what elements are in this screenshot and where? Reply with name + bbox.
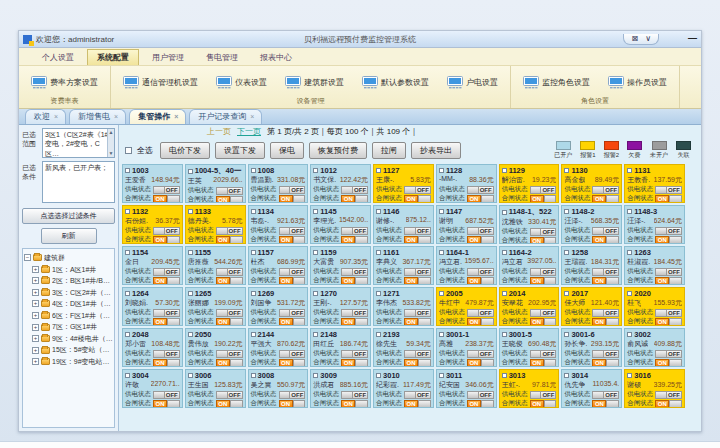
ribbon-button-1-0[interactable]: 通信管理机设置 [119, 73, 202, 92]
supply-toggle[interactable]: OFF [467, 309, 494, 317]
menu-tab-1[interactable]: 系统配置 [87, 49, 139, 65]
card-checkbox[interactable] [627, 168, 632, 173]
supply-toggle[interactable]: OFF [404, 268, 431, 276]
switch-toggle[interactable]: ON [279, 400, 306, 408]
expand-icon[interactable]: + [32, 266, 39, 273]
switch-toggle[interactable]: ON [530, 400, 557, 408]
card-checkbox[interactable] [188, 250, 193, 255]
card-checkbox[interactable] [502, 210, 507, 215]
card-checkbox[interactable] [125, 209, 130, 214]
ribbon-button-1-1[interactable]: 仪表设置 [212, 73, 271, 92]
switch-toggle[interactable]: ON [341, 318, 368, 326]
tree-item-2[interactable]: +3区：C区2#井（1#变… [24, 287, 113, 299]
card-checkbox[interactable] [439, 373, 444, 378]
supply-toggle[interactable]: OFF [467, 186, 494, 194]
supply-toggle[interactable]: OFF [216, 309, 243, 317]
switch-toggle[interactable]: ON [279, 318, 306, 326]
card-checkbox[interactable] [313, 332, 318, 337]
switch-toggle[interactable]: ON [467, 318, 494, 326]
switch-toggle[interactable]: ON [341, 195, 368, 203]
ribbon-button-2-1[interactable]: 操作员设置 [604, 73, 671, 92]
supply-toggle[interactable]: OFF [530, 309, 557, 317]
supply-toggle[interactable]: OFF [655, 186, 682, 194]
switch-toggle[interactable]: ON [530, 237, 557, 245]
collapse-icon[interactable]: − [24, 254, 31, 261]
supply-toggle[interactable]: OFF [592, 350, 619, 358]
supply-toggle[interactable]: OFF [216, 187, 243, 195]
supply-toggle[interactable]: OFF [404, 350, 431, 358]
card-checkbox[interactable] [439, 250, 444, 255]
supply-toggle[interactable]: OFF [404, 227, 431, 235]
switch-toggle[interactable]: ON [592, 400, 619, 408]
card-checkbox[interactable] [439, 332, 444, 337]
card-checkbox[interactable] [125, 373, 130, 378]
layout-icon[interactable]: ⊠ [631, 34, 638, 43]
menu-tab-3[interactable]: 售电管理 [197, 50, 247, 65]
tree-item-7[interactable]: +15区：5#变站（3#变… [24, 344, 113, 356]
card-checkbox[interactable] [502, 291, 507, 296]
switch-toggle[interactable]: ON [592, 318, 619, 326]
supply-toggle[interactable]: OFF [530, 350, 557, 358]
supply-toggle[interactable]: OFF [530, 228, 557, 236]
switch-toggle[interactable]: ON [592, 195, 619, 203]
card-checkbox[interactable] [502, 168, 507, 173]
expand-icon[interactable]: + [32, 277, 39, 284]
expand-icon[interactable]: + [32, 358, 39, 365]
supply-toggle[interactable]: OFF [341, 350, 368, 358]
switch-toggle[interactable]: ON [153, 359, 180, 367]
expand-icon[interactable]: + [32, 347, 39, 354]
ribbon-button-0-0[interactable]: 费率方案设置 [27, 73, 102, 92]
supply-toggle[interactable]: OFF [467, 268, 494, 276]
card-checkbox[interactable] [376, 373, 381, 378]
card-checkbox[interactable] [251, 291, 256, 296]
switch-toggle[interactable]: ON [216, 400, 243, 408]
supply-toggle[interactable]: OFF [655, 350, 682, 358]
switch-toggle[interactable]: ON [216, 318, 243, 326]
card-checkbox[interactable] [439, 291, 444, 296]
switch-toggle[interactable]: ON [655, 236, 682, 244]
supply-toggle[interactable]: OFF [216, 350, 243, 358]
card-checkbox[interactable] [188, 169, 193, 174]
switch-toggle[interactable]: ON [216, 196, 243, 204]
switch-toggle[interactable]: ON [592, 236, 619, 244]
switch-toggle[interactable]: ON [592, 277, 619, 285]
menu-tab-2[interactable]: 用户管理 [143, 50, 193, 65]
action-button-0[interactable]: 电价下发 [160, 142, 210, 159]
ribbon-button-2-0[interactable]: 监控角色设置 [519, 73, 594, 92]
supply-toggle[interactable]: OFF [592, 186, 619, 194]
card-checkbox[interactable] [313, 373, 318, 378]
card-checkbox[interactable] [439, 209, 444, 214]
supply-toggle[interactable]: OFF [216, 268, 243, 276]
doc-tab-2[interactable]: 集管操作× [129, 109, 186, 124]
supply-toggle[interactable]: OFF [216, 391, 243, 399]
close-tab-icon[interactable]: × [250, 113, 254, 120]
expand-icon[interactable]: + [32, 324, 39, 331]
switch-toggle[interactable]: ON [404, 318, 431, 326]
card-checkbox[interactable] [376, 209, 381, 214]
card-checkbox[interactable] [313, 168, 318, 173]
card-checkbox[interactable] [502, 250, 507, 255]
supply-toggle[interactable]: OFF [592, 227, 619, 235]
switch-toggle[interactable]: ON [216, 236, 243, 244]
supply-toggle[interactable]: OFF [279, 350, 306, 358]
supply-toggle[interactable]: OFF [655, 309, 682, 317]
card-checkbox[interactable] [564, 250, 569, 255]
card-checkbox[interactable] [564, 291, 569, 296]
supply-toggle[interactable]: OFF [655, 268, 682, 276]
supply-toggle[interactable]: OFF [279, 309, 306, 317]
tree-root[interactable]: −建筑群 [24, 252, 113, 264]
select-all-checkbox[interactable] [125, 147, 132, 154]
pick-filter-button[interactable]: 点选选择过滤条件 [22, 208, 115, 224]
card-checkbox[interactable] [627, 291, 632, 296]
supply-toggle[interactable]: OFF [530, 186, 557, 194]
close-tab-icon[interactable]: × [54, 113, 58, 120]
tree-item-4[interactable]: +6区：F区1#井（F区1#… [24, 310, 113, 322]
prev-page-link[interactable]: 上一页 [207, 126, 231, 137]
supply-toggle[interactable]: OFF [592, 391, 619, 399]
card-checkbox[interactable] [251, 168, 256, 173]
switch-toggle[interactable]: ON [467, 195, 494, 203]
switch-toggle[interactable]: ON [341, 359, 368, 367]
tree-item-6[interactable]: +9区：4#楼电井（4#楼… [24, 333, 113, 345]
switch-toggle[interactable]: ON [216, 359, 243, 367]
switch-toggle[interactable]: ON [153, 195, 180, 203]
